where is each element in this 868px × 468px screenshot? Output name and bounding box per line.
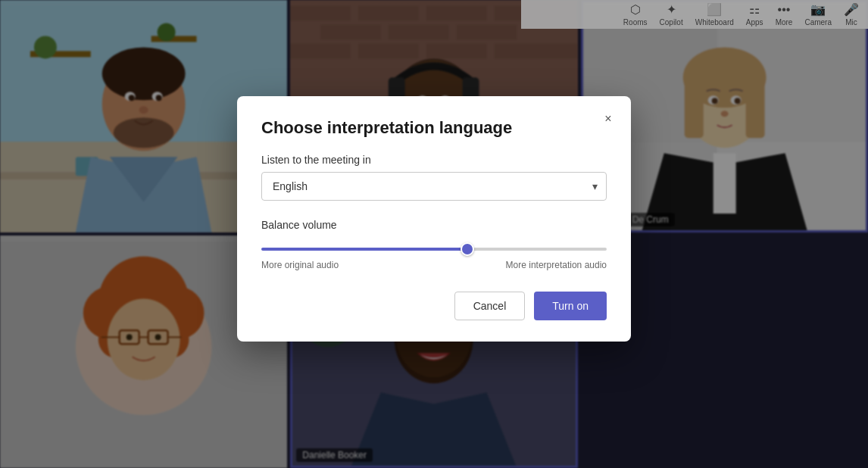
balance-volume-label: Balance volume [261,219,607,231]
turn-on-button[interactable]: Turn on [534,292,607,320]
slider-labels: More original audio More interpretation … [261,260,607,270]
language-field-label: Listen to the meeting in [261,154,607,166]
volume-balance-slider[interactable] [261,248,607,251]
slider-min-label: More original audio [261,260,339,270]
dialog-actions: Cancel Turn on [261,292,607,320]
volume-slider-container [261,240,607,254]
language-select-wrapper: English Spanish French German Portuguese… [261,172,607,201]
language-select[interactable]: English Spanish French German Portuguese… [261,172,607,201]
slider-max-label: More interpretation audio [506,260,607,270]
cancel-button[interactable]: Cancel [454,292,526,320]
modal-backdrop: Choose interpretation language × Listen … [0,0,868,468]
dialog-close-button[interactable]: × [598,108,619,129]
dialog-title: Choose interpretation language [261,117,607,139]
interpretation-language-dialog: Choose interpretation language × Listen … [237,96,631,342]
